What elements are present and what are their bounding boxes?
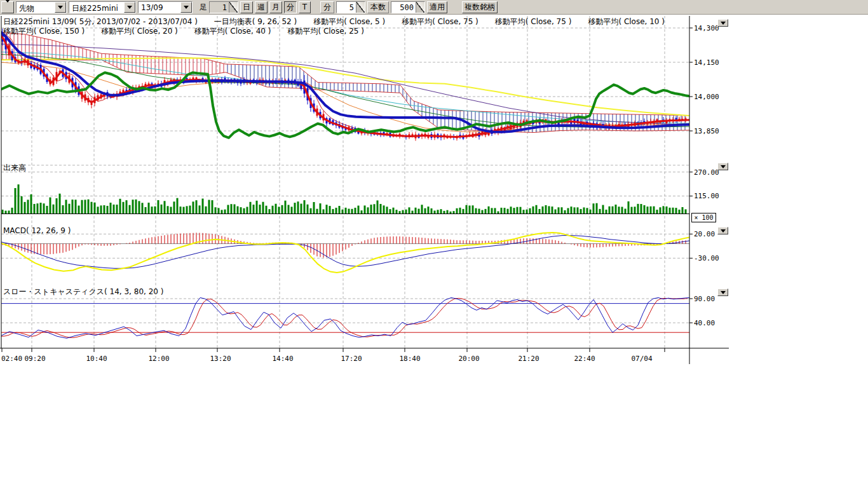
- macd-pane-scale-dropdown[interactable]: [717, 227, 728, 234]
- period-week-button[interactable]: 週: [255, 1, 268, 13]
- legend-item: 移動平均( Close, 75 ): [402, 17, 478, 26]
- y-axis-label: 14,150: [694, 58, 719, 67]
- bar-count-label: 本数: [367, 1, 389, 13]
- chevron-down-icon: [721, 291, 726, 294]
- contract-month-value: 13/09: [139, 2, 180, 13]
- stoch-pane-label: スロー・ストキャスティクス( 14, 3, 80, 20 ): [3, 287, 163, 297]
- axes: 14,30014,15014,00013,850270.00115.0020.0…: [0, 16, 729, 364]
- instrument-type-value: 先物: [17, 2, 55, 13]
- chevron-down-icon: [721, 22, 726, 25]
- chevron-down-icon[interactable]: [124, 2, 135, 13]
- x-axis-label: 14:40: [272, 355, 293, 363]
- chevron-down-icon[interactable]: [180, 2, 192, 13]
- stoch-d-line: [1, 298, 688, 337]
- x-axis-label: 22:40: [574, 355, 595, 363]
- instrument-type-combobox[interactable]: 先物: [16, 1, 67, 13]
- spinner-icon[interactable]: [356, 2, 365, 13]
- volume-pane-graphics: [2, 184, 687, 214]
- x-axis-label: 09:20: [24, 355, 45, 363]
- ma-line: [0, 44, 689, 125]
- x-axis-label: 18:40: [399, 355, 420, 363]
- chevron-down-icon[interactable]: [55, 2, 66, 13]
- period-minute-button[interactable]: 分: [284, 1, 297, 13]
- y-axis-label: 14,300: [694, 24, 719, 32]
- volume-multiplier-box: × 100: [691, 213, 716, 222]
- y-axis-label: 90.00: [694, 295, 715, 303]
- legend-item: 移動平均( Close, 75 ): [495, 17, 572, 26]
- gridlines: [1, 16, 689, 348]
- legend-item: 移動平均( Close, 20 ): [101, 27, 178, 36]
- y-axis-label: 270.00: [694, 168, 719, 177]
- x-axis-label: 07/04: [631, 355, 652, 363]
- toolbar: 先物 日経225mini 13/09 足 1 日 週 月 分 T 分 5 本数 …: [0, 0, 868, 15]
- y-axis-label: 14,000: [694, 93, 719, 101]
- bar-count-value: 500: [391, 2, 416, 13]
- macd-pane-label: MACD( 12, 26, 9 ): [3, 226, 71, 235]
- chevron-down-icon: [721, 165, 726, 168]
- contract-month-combobox[interactable]: 13/09: [138, 1, 193, 13]
- spinner-icon[interactable]: [229, 2, 238, 13]
- symbol-value: 日経225mini: [69, 2, 124, 13]
- bar-type-label: 足: [200, 2, 207, 13]
- chart-plot-canvas: 14,30014,15014,00013,850270.00115.0020.0…: [0, 0, 868, 488]
- stoch-pane-graphics: [0, 298, 689, 339]
- bar-count-stepper[interactable]: 500: [391, 1, 425, 13]
- period-month-button[interactable]: 月: [269, 1, 282, 13]
- minute-interval-value: 5: [337, 2, 356, 13]
- volume-pane-scale-dropdown[interactable]: [717, 163, 728, 170]
- price-pane-graphics: [0, 29, 689, 141]
- x-axis-label: 17:20: [341, 355, 362, 363]
- x-axis-label: 02:40: [1, 355, 22, 363]
- y-axis-label: 13,850: [694, 127, 719, 135]
- legend-row-2: 移動平均( Close, 150 )移動平均( Close, 20 )移動平均(…: [3, 26, 381, 37]
- x-axis-label: 13:20: [210, 355, 231, 363]
- y-axis-label: 20.00: [694, 230, 715, 238]
- multi-symbol-button[interactable]: 複数銘柄: [462, 1, 498, 13]
- x-axis-label: 21:20: [518, 355, 539, 363]
- macd-pane-graphics: [0, 233, 689, 273]
- minute-interval-stepper[interactable]: 5: [336, 1, 365, 13]
- macd-histogram: [3, 233, 686, 257]
- chevron-down-icon: [5, 0, 10, 11]
- stoch-pane-scale-dropdown[interactable]: [717, 288, 728, 296]
- macd-line: [0, 233, 689, 273]
- chart-menu-dropdown-button[interactable]: [1, 1, 14, 13]
- price-pane-scale-dropdown[interactable]: [717, 19, 728, 27]
- volume-pane-label: 出来高: [3, 163, 26, 173]
- bar-interval-value: 1: [210, 2, 229, 13]
- symbol-combobox[interactable]: 日経225mini: [69, 1, 136, 13]
- ma-line: [0, 52, 689, 123]
- app-window: 先物 日経225mini 13/09 足 1 日 週 月 分 T 分 5 本数 …: [0, 0, 868, 488]
- apply-button[interactable]: 適用: [427, 1, 447, 13]
- y-axis-label: 40.00: [694, 319, 715, 327]
- legend-item: 移動平均( Close, 150 ): [3, 27, 85, 36]
- spinner-icon[interactable]: [416, 2, 424, 13]
- tenkan-line: [1, 35, 688, 137]
- legend-item: 移動平均( Close, 25 ): [287, 27, 364, 36]
- y-axis-label: -30.00: [694, 254, 719, 262]
- period-tick-button[interactable]: T: [299, 1, 311, 13]
- x-axis-label: 10:40: [86, 355, 107, 363]
- legend-item: 移動平均( Close, 40 ): [194, 27, 271, 36]
- y-axis-label: 115.00: [694, 192, 719, 200]
- chevron-down-icon: [721, 229, 726, 233]
- legend-item: 一目均衡表( 9, 26, 52 ): [214, 17, 297, 26]
- legend-item: 移動平均( Close, 5 ): [313, 17, 385, 26]
- x-axis-label: 20:00: [458, 355, 479, 363]
- legend-item: 移動平均( Close, 10 ): [588, 17, 665, 26]
- x-axis-label: 12:00: [148, 355, 169, 363]
- chart-area: 14,30014,15014,00013,850270.00115.0020.0…: [0, 0, 868, 488]
- period-day-button[interactable]: 日: [240, 1, 253, 13]
- legend-item: 日経225mini 13/09( 5分, 2013/07/02 - 2013/0…: [3, 17, 198, 26]
- bar-interval-stepper[interactable]: 1: [209, 1, 238, 13]
- minute-unit-label: 分: [320, 1, 334, 13]
